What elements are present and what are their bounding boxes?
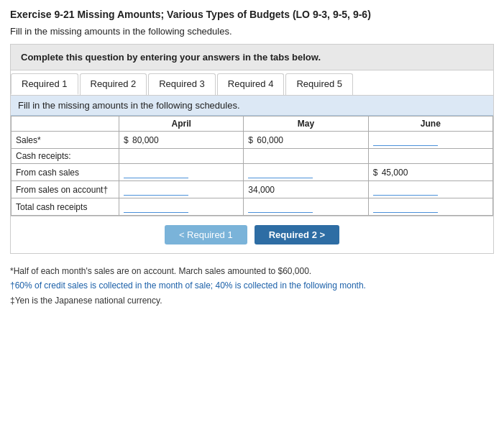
input-total-june[interactable] [373, 201, 438, 213]
cell-account-april[interactable] [119, 181, 244, 198]
cell-cash-sales-may[interactable] [244, 164, 368, 181]
tabs-row: Required 1 Required 2 Required 3 Require… [11, 70, 493, 96]
table-wrapper: April May June Sales* $ 80,000 [11, 116, 493, 216]
col-header-april: April [119, 116, 244, 132]
tab-required-3[interactable]: Required 3 [148, 73, 216, 95]
tab-required-2[interactable]: Required 2 [80, 73, 147, 95]
footnotes: *Half of each month's sales are on accou… [10, 264, 494, 308]
input-cash-sales-may[interactable] [248, 166, 313, 178]
fill-instruction: Fill in the missing amounts in the follo… [11, 96, 493, 116]
footnote-3: ‡Yen is the Japanese national currency. [10, 293, 494, 308]
next-button[interactable]: Required 2 > [255, 225, 339, 244]
tabs-container: Required 1 Required 2 Required 3 Require… [10, 70, 494, 254]
cell-sales-may: $ 60,000 [244, 132, 368, 149]
input-total-may[interactable] [248, 201, 313, 213]
cell-total-june[interactable] [368, 198, 492, 216]
input-sales-june[interactable] [373, 134, 438, 146]
cell-empty-3 [368, 149, 492, 164]
row-label-from-cash-sales: From cash sales [12, 164, 119, 181]
cell-empty-2 [244, 149, 368, 164]
footnote-1: *Half of each month's sales are on accou… [10, 264, 494, 278]
table-row: From cash sales $ 45,0 [12, 164, 493, 181]
footnote-2: †60% of credit sales is collected in the… [10, 278, 494, 293]
nav-buttons: < Required 1 Required 2 > [11, 216, 493, 253]
input-cash-sales-april[interactable] [124, 166, 188, 178]
row-label-cash-receipts: Cash receipts: [12, 149, 119, 164]
table-row: Cash receipts: [12, 149, 493, 164]
row-label-from-sales-account: From sales on account† [12, 181, 119, 198]
cell-account-june[interactable] [368, 181, 492, 198]
complete-box: Complete this question by entering your … [10, 44, 494, 70]
page-title: Exercise 9-21 Missing Amounts; Various T… [10, 9, 494, 20]
cell-cash-sales-april[interactable] [119, 164, 244, 181]
row-label-total-cash: Total cash receipts [12, 198, 119, 216]
tab-required-4[interactable]: Required 4 [217, 73, 285, 95]
table-row: From sales on account† 34,000 [12, 181, 493, 198]
cell-sales-april: $ 80,000 [119, 132, 244, 149]
tab-required-5[interactable]: Required 5 [285, 73, 353, 95]
prev-button[interactable]: < Required 1 [165, 225, 247, 244]
input-account-june[interactable] [373, 183, 438, 196]
schedule-table: April May June Sales* $ 80,000 [11, 116, 493, 216]
col-header-may: May [244, 116, 368, 132]
table-row: Total cash receipts [12, 198, 493, 216]
cell-total-april[interactable] [119, 198, 244, 216]
cell-sales-june[interactable] [368, 132, 492, 149]
subtitle: Fill in the missing amounts in the follo… [10, 26, 494, 37]
cell-cash-sales-june: $ 45,000 [368, 164, 492, 181]
tab-required-1[interactable]: Required 1 [11, 73, 78, 95]
col-header-label [12, 116, 119, 132]
cell-empty-1 [119, 149, 244, 164]
cell-account-may: 34,000 [244, 181, 368, 198]
input-total-april[interactable] [124, 201, 188, 213]
input-account-april[interactable] [124, 183, 188, 196]
row-label-sales: Sales* [12, 132, 119, 149]
cell-total-may[interactable] [244, 198, 368, 216]
col-header-june: June [368, 116, 492, 132]
table-row: Sales* $ 80,000 $ 60,000 [12, 132, 493, 149]
